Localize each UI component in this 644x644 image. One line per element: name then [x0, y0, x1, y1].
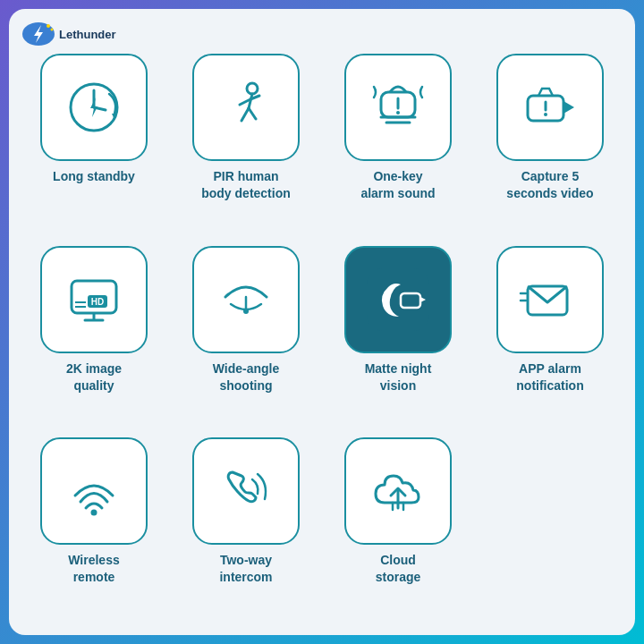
label-2k: 2K imagequality — [66, 360, 122, 394]
icon-box-alarm — [344, 54, 452, 161]
feature-capture: Capture 5seconds video — [478, 54, 623, 239]
feature-night-vision: Matte nightvision — [326, 246, 470, 431]
label-capture: Capture 5seconds video — [506, 168, 593, 202]
label-night-vision: Matte nightvision — [365, 360, 432, 394]
svg-point-3 — [51, 29, 54, 31]
feature-cloud: Cloudstorage — [326, 437, 470, 623]
icon-box-2k: HD — [40, 246, 148, 353]
main-card: Lethunder Long standby — [9, 9, 635, 635]
feature-wireless: Wirelessremote — [21, 437, 166, 623]
wide-angle-icon — [215, 268, 277, 331]
feature-pir: PIR humanbody detection — [174, 54, 318, 239]
svg-line-11 — [242, 108, 249, 121]
label-cloud: Cloudstorage — [376, 552, 421, 586]
feature-app-alarm: APP alarmnotification — [478, 246, 623, 431]
cloud-icon — [367, 460, 429, 522]
icon-box-cloud — [344, 437, 452, 545]
icon-box-wireless — [40, 437, 148, 545]
wireless-icon — [63, 460, 125, 522]
svg-marker-21 — [564, 101, 574, 114]
icon-box-app-alarm — [496, 246, 604, 353]
long-standby-icon — [63, 76, 125, 139]
label-wireless: Wirelessremote — [68, 552, 119, 586]
feature-wide-angle: Wide-angleshooting — [174, 246, 318, 431]
capture-icon — [519, 76, 581, 139]
label-long-standby: Long standby — [53, 168, 135, 185]
icon-box-pir — [192, 54, 300, 161]
feature-alarm: One-keyalarm sound — [326, 54, 470, 239]
svg-line-12 — [249, 108, 256, 119]
icon-box-capture — [496, 54, 604, 161]
alarm-icon — [367, 76, 429, 139]
icon-box-wide-angle — [192, 246, 300, 353]
icon-box-intercom — [192, 437, 300, 545]
header: Lethunder — [18, 18, 626, 54]
intercom-icon — [215, 460, 277, 522]
svg-point-19 — [396, 111, 400, 114]
label-pir: PIR humanbody detection — [201, 168, 291, 202]
feature-long-standby: Long standby — [21, 54, 166, 239]
svg-point-9 — [247, 83, 258, 94]
icon-box-night-vision — [344, 246, 452, 353]
logo-container: Lethunder — [21, 21, 116, 47]
svg-point-23 — [544, 113, 547, 116]
pir-icon — [215, 76, 277, 139]
feature-2k: HD 2K imagequality — [21, 246, 166, 431]
label-wide-angle: Wide-angleshooting — [213, 360, 280, 394]
icon-box-long-standby — [40, 54, 148, 161]
label-app-alarm: APP alarmnotification — [516, 360, 583, 394]
app-alarm-icon — [519, 268, 581, 331]
brand-name: Lethunder — [59, 28, 116, 41]
logo-icon — [21, 21, 55, 47]
night-vision-icon — [367, 268, 429, 331]
2k-icon: HD — [63, 268, 125, 331]
svg-point-2 — [47, 24, 50, 28]
label-intercom: Two-wayintercom — [219, 552, 272, 586]
feature-intercom: Two-wayintercom — [174, 437, 318, 623]
label-alarm: One-keyalarm sound — [360, 168, 435, 202]
svg-point-39 — [91, 510, 97, 516]
features-grid: Long standby PIR humanbody detection — [18, 54, 626, 626]
svg-text:HD: HD — [91, 297, 104, 307]
